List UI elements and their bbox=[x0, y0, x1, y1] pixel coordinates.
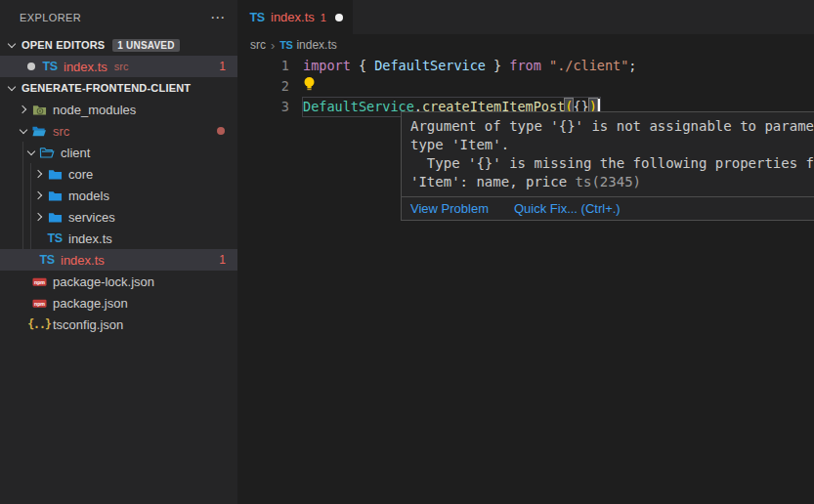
ts-icon: TS bbox=[39, 252, 55, 268]
chevron-down-icon[interactable] bbox=[4, 80, 20, 96]
tree-item-label: src bbox=[53, 124, 69, 139]
tree-item-src[interactable]: src bbox=[0, 120, 237, 142]
folder-open-outline-icon bbox=[39, 145, 55, 160]
vscode-window: { "colors":{"sidebar_bg":"#252526","edit… bbox=[0, 0, 814, 504]
tree-item-label: services bbox=[68, 210, 115, 225]
chevron-right-icon[interactable] bbox=[31, 209, 47, 225]
tree-item-label: package-lock.json bbox=[53, 274, 154, 289]
chevron-down-icon[interactable] bbox=[16, 123, 31, 139]
code-editor[interactable]: 1import { DefaultService } from "./clien… bbox=[237, 56, 814, 117]
lightbulb-icon[interactable] bbox=[303, 76, 316, 98]
tree-item-label: package.json bbox=[53, 296, 128, 311]
node-folder-icon bbox=[31, 102, 47, 117]
tree-item-services[interactable]: services bbox=[0, 206, 237, 228]
chevron-down-icon[interactable] bbox=[23, 145, 39, 160]
folder-icon bbox=[47, 209, 63, 225]
tab-bar: TS index.ts 1 bbox=[237, 0, 814, 34]
tree-item-label: models bbox=[68, 189, 109, 203]
json-icon: {..} bbox=[31, 316, 47, 332]
error-message: Argument of type '{}' is not assignable … bbox=[402, 112, 814, 196]
project-section-header[interactable]: GENERATE-FRONTEND-CLIENT bbox=[0, 77, 237, 99]
tree-item-index-ts[interactable]: TSindex.ts bbox=[0, 228, 237, 249]
chevron-right-icon[interactable] bbox=[31, 188, 47, 203]
more-actions-icon[interactable]: ⋯ bbox=[210, 13, 226, 22]
tree-item-label: client bbox=[61, 146, 90, 160]
svg-text:npm: npm bbox=[33, 279, 44, 285]
error-message-line: Type '{}' is missing the following prope… bbox=[410, 154, 814, 173]
tab-modified-dot-icon[interactable] bbox=[335, 14, 343, 21]
tree-item-tsconfig-json[interactable]: {..}tsconfig.json bbox=[0, 314, 237, 335]
breadcrumb-folder[interactable]: src bbox=[250, 38, 266, 52]
tooltip-actions: View Problem Quick Fix... (Ctrl+.) bbox=[402, 196, 814, 220]
line-number: 1 bbox=[237, 56, 289, 76]
tree-item-node-modules[interactable]: node_modules bbox=[0, 99, 237, 120]
breadcrumb-file[interactable]: index.ts bbox=[296, 38, 336, 52]
open-editors-label: OPEN EDITORS bbox=[21, 39, 105, 51]
tree-item-package-json[interactable]: npmpackage.json bbox=[0, 292, 237, 314]
open-editor-item-index-ts[interactable]: TS index.ts src 1 bbox=[0, 56, 237, 77]
explorer-title: EXPLORER bbox=[20, 12, 81, 23]
error-message-line: Argument of type '{}' is not assignable … bbox=[410, 117, 814, 136]
code-token: DefaultService bbox=[303, 99, 414, 114]
typescript-file-icon: TS bbox=[249, 10, 265, 25]
error-hover-tooltip: Argument of type '{}' is not assignable … bbox=[401, 111, 814, 221]
error-count-badge: 1 bbox=[219, 60, 237, 73]
sidebar-header: EXPLORER ⋯ bbox=[0, 0, 237, 34]
tab-error-count: 1 bbox=[321, 12, 326, 23]
code-token: from bbox=[509, 58, 541, 73]
tab-index-ts[interactable]: TS index.ts 1 bbox=[237, 0, 353, 34]
error-count-badge: 1 bbox=[219, 253, 237, 267]
view-problem-link[interactable]: View Problem bbox=[410, 201, 489, 216]
tree-item-models[interactable]: models bbox=[0, 185, 237, 206]
typescript-file-icon: TS bbox=[42, 59, 58, 74]
code-line-content: import { DefaultService } from "./client… bbox=[303, 56, 636, 76]
ts-icon: TS bbox=[47, 231, 63, 246]
breadcrumb: src › TS index.ts bbox=[237, 34, 814, 56]
chevron-down-icon[interactable] bbox=[4, 37, 20, 53]
line-number: 2 bbox=[237, 76, 289, 97]
folder-open-icon bbox=[31, 123, 47, 139]
tree-item-label: core bbox=[68, 167, 93, 182]
unsaved-count-badge: 1 UNSAVED bbox=[112, 39, 179, 52]
line-number: 3 bbox=[237, 97, 289, 117]
svg-text:npm: npm bbox=[33, 301, 44, 307]
editor-group: TS index.ts 1 src › TS index.ts 1import … bbox=[237, 0, 814, 504]
tree-item-index-ts[interactable]: TSindex.ts1 bbox=[0, 249, 237, 271]
npm-icon: npm bbox=[31, 273, 47, 289]
code-token: DefaultService bbox=[374, 58, 486, 73]
tree-item-package-lock-json[interactable]: npmpackage-lock.json bbox=[0, 271, 237, 292]
folder-icon bbox=[47, 166, 63, 182]
breadcrumb-separator-icon: › bbox=[271, 38, 275, 53]
tab-file-name: index.ts bbox=[271, 10, 315, 24]
tree-item-core[interactable]: core bbox=[0, 163, 237, 185]
code-line-content bbox=[303, 76, 320, 97]
quick-fix-link[interactable]: Quick Fix... (Ctrl+.) bbox=[514, 201, 621, 216]
project-name-label: GENERATE-FRONTEND-CLIENT bbox=[21, 82, 191, 94]
code-token: ; bbox=[628, 58, 636, 73]
ts-error-code: ts(2345) bbox=[576, 174, 641, 189]
code-line-2[interactable]: 2 bbox=[237, 76, 814, 97]
error-message-line: type 'Item'. bbox=[410, 136, 814, 154]
code-line-1[interactable]: 1import { DefaultService } from "./clien… bbox=[237, 56, 814, 76]
open-editors-section-header[interactable]: OPEN EDITORS 1 UNSAVED bbox=[0, 34, 237, 56]
code-token bbox=[541, 58, 549, 73]
modified-error-dot-icon bbox=[217, 127, 225, 135]
tree-item-label: tsconfig.json bbox=[53, 317, 123, 332]
modified-dot-icon[interactable] bbox=[27, 63, 35, 70]
tree-item-label: index.ts bbox=[68, 231, 112, 246]
typescript-file-icon: TS bbox=[279, 39, 292, 51]
tree-item-label: index.ts bbox=[61, 253, 105, 268]
folder-icon bbox=[47, 188, 63, 203]
file-tree: node_modulessrcclientcoremodelsservicesT… bbox=[0, 99, 237, 335]
code-token: } bbox=[486, 58, 509, 73]
code-token: "./client" bbox=[549, 58, 628, 73]
explorer-sidebar: EXPLORER ⋯ OPEN EDITORS 1 UNSAVED TS ind… bbox=[0, 0, 237, 504]
chevron-right-icon[interactable] bbox=[16, 102, 31, 117]
tree-item-client[interactable]: client bbox=[0, 142, 237, 163]
code-token: { bbox=[351, 58, 374, 73]
open-editor-file-name: index.ts bbox=[64, 60, 107, 74]
error-message-line: 'Item': name, price ts(2345) bbox=[410, 173, 814, 191]
tree-item-label: node_modules bbox=[53, 103, 136, 117]
npm-icon: npm bbox=[31, 295, 47, 311]
chevron-right-icon[interactable] bbox=[31, 166, 47, 182]
